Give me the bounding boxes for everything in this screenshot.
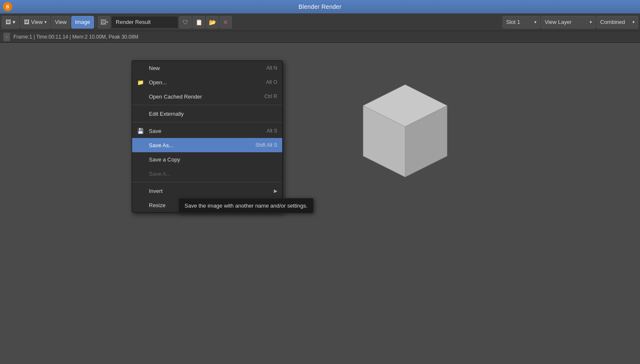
folder-open-icon: 📁 <box>137 79 146 86</box>
menu-item-invert[interactable]: Invert ▶ <box>132 184 282 198</box>
menu-item-open[interactable]: 📁 Open... Alt O <box>132 75 282 89</box>
menu-item-save-as[interactable]: Save As... Shift Alt S <box>132 138 282 152</box>
menu-edit-externally-label: Edit Externally <box>149 111 184 117</box>
menu-separator-2 <box>132 122 282 122</box>
editor-type-button[interactable]: 🖼 ▾ <box>2 16 19 29</box>
shield-icon: 🛡 <box>182 19 188 26</box>
image-menu-button[interactable]: Image <box>71 16 94 29</box>
menu-open-cached-shortcut: Ctrl R <box>264 94 277 99</box>
menu-save-copy-label: Save a Copy <box>149 156 180 163</box>
image-editor-icon: 🖼 <box>5 19 11 25</box>
menu-invert-label: Invert <box>149 188 163 194</box>
tooltip-text: Save the image with another name and/or … <box>185 203 307 209</box>
view-menu-button[interactable]: View <box>51 16 70 29</box>
svg-text:B: B <box>6 5 9 9</box>
rendered-cube <box>359 76 451 185</box>
save-as-tooltip: Save the image with another name and/or … <box>178 198 314 213</box>
copy-icon-btn[interactable]: 📋 <box>193 16 205 29</box>
slot-chevron-icon: ▾ <box>534 20 536 24</box>
menu-save-label: Save <box>149 128 161 134</box>
combined-chevron-icon: ▾ <box>632 20 635 24</box>
view-layer-chevron-icon: ▾ <box>590 20 592 24</box>
image-icon: 🖼 <box>24 19 29 25</box>
menu-save-as-shortcut: Shift Alt S <box>255 142 277 148</box>
status-bar: ‹ Frame:1 | Time:00:11.14 | Mem:2 10.00M… <box>0 31 640 43</box>
render-result-label: Render Result <box>116 19 151 25</box>
shield-icon-btn[interactable]: 🛡 <box>179 16 192 29</box>
view-layer-dropdown[interactable]: View Layer ▾ <box>541 16 596 29</box>
menu-item-save-all: Save A... <box>132 166 282 181</box>
menu-separator-1 <box>132 105 282 105</box>
image-dropdown-menu: New Alt N 📁 Open... Alt O Open Cached Re… <box>132 60 283 213</box>
combined-dropdown[interactable]: Combined ▾ <box>596 16 638 29</box>
blender-logo-icon: B <box>3 2 13 12</box>
view-label: View <box>55 19 67 25</box>
title-bar: B Blender Render <box>0 0 640 13</box>
menu-new-shortcut: Alt N <box>266 65 277 71</box>
menu-save-all-label: Save A... <box>149 171 171 177</box>
menu-separator-3 <box>132 182 282 182</box>
menu-item-save-copy[interactable]: Save a Copy <box>132 152 282 166</box>
sidebar-toggle[interactable]: ‹ <box>3 33 10 41</box>
editor-type-label: ▾ <box>13 19 16 25</box>
view-layer-label: View Layer <box>545 19 572 25</box>
menu-item-new[interactable]: New Alt N <box>132 61 282 75</box>
image-selector-icon-btn[interactable]: 🖼 ▾ <box>98 16 110 29</box>
image-select-icon: 🖼 <box>100 19 106 26</box>
toolbar-separator-1 <box>96 17 96 27</box>
combined-label: Combined <box>600 19 625 25</box>
menu-new-label: New <box>149 65 160 71</box>
menu-item-save[interactable]: 💾 Save Alt S <box>132 124 282 138</box>
render-result-field[interactable]: Render Result <box>111 16 178 29</box>
menu-open-shortcut: Alt O <box>266 79 277 85</box>
menu-resize-label: Resize <box>149 202 166 208</box>
folder-icon-btn[interactable]: 📂 <box>206 16 219 29</box>
slot-label: Slot 1 <box>506 19 520 25</box>
menu-save-shortcut: Alt S <box>267 128 277 134</box>
save-icon: 💾 <box>137 128 146 134</box>
window-title: Blender Render <box>299 3 341 10</box>
view-dropdown-label: View <box>31 19 43 25</box>
menu-open-label: Open... <box>149 79 167 86</box>
close-icon: ✕ <box>223 19 228 26</box>
menu-item-edit-externally[interactable]: Edit Externally <box>132 107 282 121</box>
viewport: New Alt N 📁 Open... Alt O Open Cached Re… <box>0 43 640 364</box>
menu-item-open-cached[interactable]: Open Cached Render Ctrl R <box>132 89 282 104</box>
menu-save-as-label: Save As... <box>149 142 174 148</box>
menu-open-cached-label: Open Cached Render <box>149 94 202 100</box>
close-icon-btn[interactable]: ✕ <box>219 16 232 29</box>
render-area <box>0 43 640 364</box>
view-dropdown-chevron-icon: ▾ <box>44 20 47 24</box>
image-icon-button[interactable]: 🖼 View ▾ <box>20 16 50 29</box>
main-toolbar: 🖼 ▾ 🖼 View ▾ View Image 🖼 ▾ Render Resul… <box>0 13 640 31</box>
slot-dropdown[interactable]: Slot 1 ▾ <box>502 16 540 29</box>
folder-icon: 📂 <box>209 19 216 26</box>
status-text: Frame:1 | Time:00:11.14 | Mem:2 10.00M, … <box>13 34 138 40</box>
invert-arrow-icon: ▶ <box>274 188 277 194</box>
copy-icon: 📋 <box>195 19 203 26</box>
image-menu-label: Image <box>75 19 90 25</box>
